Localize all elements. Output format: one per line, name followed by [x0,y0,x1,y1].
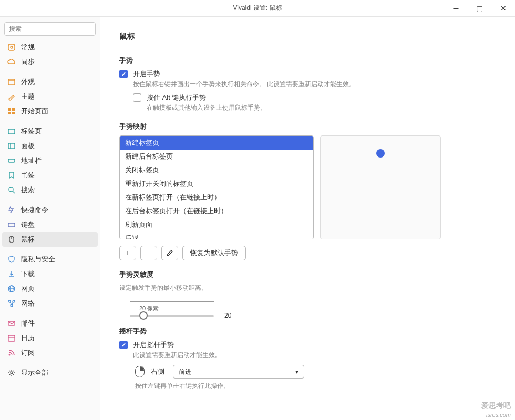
shield-icon [7,255,16,264]
search-icon [7,186,16,194]
sensitivity-desc: 设定触发手势的最小移动距离。 [119,284,496,292]
slider-thumb[interactable] [139,311,148,320]
gesture-item[interactable]: 新建标签页 [120,136,313,150]
svg-rect-9 [8,143,15,149]
panel-icon [7,142,16,150]
alt-gestures-checkbox[interactable] [133,93,141,102]
gesture-item[interactable]: 在新标签页打开（在链接上时） [120,191,313,204]
sidebar-item-label: 日历 [21,333,35,343]
sidebar-item-appearance[interactable]: 外观 [0,75,100,89]
sidebar-item-startpage[interactable]: 开始页面 [0,104,100,119]
sidebar-item-keyboard[interactable]: 键盘 [0,217,100,232]
sidebar-item-addressbar[interactable]: 地址栏 [0,153,100,168]
sidebar-item-label: 开始页面 [21,107,48,116]
svg-rect-11 [8,159,15,162]
enable-rocker-checkbox[interactable] [119,341,128,349]
edit-gesture-button[interactable] [161,246,178,260]
sidebar-item-general[interactable]: 常规 [0,40,100,55]
gesture-item[interactable]: 关闭标签页 [120,163,313,177]
minimize-button[interactable]: ─ [444,0,468,17]
calendar-icon [7,334,16,342]
gesture-item[interactable]: 在后台标签页打开（在链接上时） [120,204,313,218]
sensitivity-slider[interactable]: 20 [130,314,214,317]
sidebar-item-label: 订阅 [21,348,35,358]
sidebar-item-calendar[interactable]: 日历 [0,331,100,345]
mouse-icon [7,235,16,244]
gesture-item[interactable]: 刷新页面 [120,218,313,232]
sidebar-item-feeds[interactable]: 订阅 [0,345,100,360]
search-input[interactable] [4,22,96,36]
sidebar-item-label: 快捷命令 [21,205,48,215]
sidebar-item-label: 地址栏 [21,156,42,165]
sidebar-item-network[interactable]: 网络 [0,296,100,311]
rocker-side-label: 右侧 [151,367,167,376]
mapping-heading: 手势映射 [119,122,496,131]
sidebar-item-mail[interactable]: 邮件 [0,316,100,331]
svg-point-1 [11,46,13,48]
svg-rect-7 [12,112,15,114]
svg-rect-2 [8,79,15,85]
gesture-dot [376,149,385,158]
sidebar-item-quickcommands[interactable]: 快捷命令 [0,203,100,217]
enable-gestures-checkbox[interactable] [119,70,128,78]
settings-icon [7,369,16,377]
gesture-item[interactable]: 重新打开关闭的标签页 [120,177,313,191]
svg-rect-6 [8,112,11,114]
watermark-top: 爱思考吧 [481,401,511,411]
sidebar-item-label: 显示全部 [21,368,48,377]
sidebar-item-webpages[interactable]: 网页 [0,281,100,296]
sidebar-item-mouse[interactable]: 鼠标 [2,232,98,247]
svg-rect-24 [8,335,15,341]
svg-rect-4 [8,108,11,111]
sidebar-item-tabs[interactable]: 标签页 [0,124,100,139]
mail-icon [7,319,16,328]
enable-rocker-desc: 此设置需要重新启动才能生效。 [133,351,221,360]
sidebar-item-label: 主题 [21,92,35,101]
globe-icon [7,285,16,293]
sidebar-item-label: 网络 [21,299,35,308]
close-button[interactable]: ✕ [491,0,515,17]
sidebar-item-label: 面板 [21,141,35,151]
remove-gesture-button[interactable]: − [140,246,157,260]
sidebar-item-panel[interactable]: 面板 [0,139,100,153]
svg-point-27 [11,372,13,374]
window-title: Vivaldi 设置: 鼠标 [233,4,282,13]
sidebar-item-sync[interactable]: 同步 [0,55,100,69]
slider-value: 20 [224,312,231,319]
enable-gestures-desc: 按住鼠标右键并画出一个手势来执行相关命令。 此设置需要重新启动才能生效。 [133,80,355,89]
gesture-item[interactable]: 新建后台标签页 [120,150,313,163]
svg-line-13 [13,191,15,193]
sidebar-item-label: 键盘 [21,220,35,229]
gesture-list[interactable]: 新建标签页 新建后台标签页 关闭标签页 重新打开关闭的标签页 在新标签页打开（在… [119,135,314,239]
download-icon [7,270,16,278]
cloud-icon [7,58,16,66]
sidebar: 常规 同步 外观 主题 开始页面 标签页 面板 地址栏 书签 搜索 快捷命令 键… [0,17,100,420]
maximize-button[interactable]: ▢ [468,0,491,17]
sidebar-item-downloads[interactable]: 下载 [0,267,100,281]
gesture-item[interactable]: 后退 [120,232,313,239]
addressbar-icon [7,156,16,165]
alt-gestures-label: 按住 Alt 键执行手势 [147,93,266,102]
bookmark-icon [7,171,16,180]
mouse-right-icon [135,366,145,377]
sidebar-item-search[interactable]: 搜索 [0,183,100,197]
sidebar-item-label: 外观 [21,77,35,87]
sidebar-item-privacy[interactable]: 隐私与安全 [0,252,100,267]
gear-icon [7,43,16,51]
svg-point-26 [9,354,11,356]
restore-defaults-button[interactable]: 恢复为默认手势 [182,246,246,260]
sidebar-item-label: 搜索 [21,185,35,195]
sidebar-item-label: 邮件 [21,319,35,328]
rocker-action-dropdown[interactable]: 前进 ▾ [173,365,304,379]
sidebar-item-bookmarks[interactable]: 书签 [0,168,100,183]
bolt-icon [7,206,16,214]
sidebar-item-label: 标签页 [21,127,42,136]
sidebar-item-themes[interactable]: 主题 [0,89,100,104]
svg-rect-8 [8,129,15,134]
sidebar-item-label: 网页 [21,284,35,293]
alt-gestures-desc: 在触摸板或其他输入设备上使用鼠标手势。 [147,103,266,112]
rocker-note: 按住左键再单击右键执行此操作。 [135,382,496,391]
sidebar-item-showall[interactable]: 显示全部 [0,365,100,380]
svg-rect-5 [12,108,15,111]
add-gesture-button[interactable]: + [119,246,136,260]
